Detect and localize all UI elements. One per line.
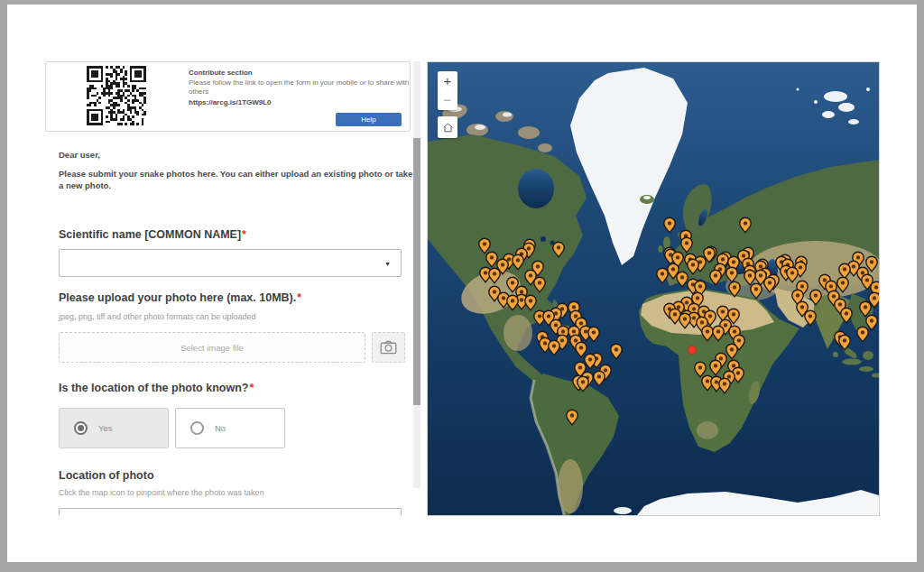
- map-pin[interactable]: [810, 290, 821, 305]
- map-pin[interactable]: [681, 237, 692, 253]
- photo-upload-hint: jpeg, png, tiff and other photo formats …: [59, 312, 256, 321]
- location-input-partial[interactable]: [59, 508, 402, 515]
- map-pin[interactable]: [567, 410, 578, 425]
- map-pin[interactable]: [710, 360, 721, 375]
- location-known-label: Is the location of the photo known?*: [59, 382, 254, 394]
- map-pin[interactable]: [713, 326, 724, 341]
- zoom-out-button[interactable]: −: [438, 91, 457, 110]
- qr-code: [87, 66, 146, 125]
- zoom-in-button[interactable]: +: [438, 71, 457, 91]
- contribute-text-block: Contribute section Please follow the lin…: [189, 69, 420, 106]
- map-pin[interactable]: [611, 344, 622, 359]
- map-pin[interactable]: [805, 310, 816, 326]
- page: Contribute section Please follow the lin…: [7, 5, 917, 562]
- required-asterisk: *: [249, 382, 254, 394]
- photo-location-label: Location of photo: [59, 469, 154, 482]
- map-pin[interactable]: [841, 308, 852, 323]
- map-pin[interactable]: [857, 327, 868, 342]
- map-pin[interactable]: [744, 270, 755, 285]
- select-image-file-button[interactable]: Select image file: [59, 332, 365, 363]
- map-pin[interactable]: [740, 217, 751, 233]
- map-pin[interactable]: [710, 270, 721, 285]
- help-button[interactable]: Help: [336, 113, 402, 126]
- zoom-control: + −: [438, 71, 457, 110]
- contribute-title: Contribute section: [189, 69, 420, 77]
- greeting-text: Dear user,: [59, 149, 100, 161]
- contribute-description: Please follow the link to open the form …: [189, 78, 420, 97]
- contribute-link: https://arcg.is/1TGW9L0: [189, 98, 420, 106]
- map-pin[interactable]: [525, 295, 536, 310]
- map-pin[interactable]: [837, 277, 848, 292]
- map-pin[interactable]: [486, 252, 497, 267]
- map-pin[interactable]: [751, 283, 762, 299]
- home-button[interactable]: [438, 116, 457, 138]
- map-pin[interactable]: [657, 268, 668, 283]
- map-pin[interactable]: [507, 295, 518, 310]
- selected-location-dot: [688, 346, 697, 355]
- map-canvas[interactable]: + −: [427, 61, 880, 516]
- map-pin[interactable]: [594, 371, 605, 386]
- radio-selected-icon: [74, 421, 88, 435]
- map-pin[interactable]: [839, 335, 850, 350]
- map-pin[interactable]: [664, 217, 675, 233]
- map-pin[interactable]: [534, 277, 545, 292]
- photo-location-hint: Click the map icon to pinpoint where the…: [59, 488, 264, 497]
- camera-icon: [380, 340, 397, 355]
- map-pin[interactable]: [702, 326, 713, 341]
- map-pin[interactable]: [719, 378, 730, 393]
- map-pin[interactable]: [677, 272, 688, 287]
- map-pin[interactable]: [670, 309, 680, 324]
- map-pin[interactable]: [787, 267, 798, 282]
- home-icon: [442, 122, 454, 134]
- option-no-label: No: [215, 423, 226, 433]
- option-yes[interactable]: Yes: [59, 408, 169, 448]
- map-pin[interactable]: [688, 259, 698, 274]
- map-pin[interactable]: [576, 342, 587, 357]
- radio-unselected-icon: [190, 421, 204, 435]
- map-pin[interactable]: [489, 268, 500, 283]
- required-asterisk: *: [242, 228, 246, 241]
- map-pin[interactable]: [860, 301, 871, 317]
- scientific-name-select[interactable]: ▼: [59, 249, 402, 277]
- map-pin[interactable]: [729, 281, 740, 297]
- required-asterisk: *: [297, 291, 301, 304]
- option-yes-label: Yes: [98, 423, 113, 433]
- map-pin[interactable]: [588, 327, 599, 342]
- map-pin[interactable]: [726, 344, 737, 359]
- map-pin[interactable]: [679, 313, 690, 328]
- map-pin[interactable]: [549, 340, 559, 355]
- map-pin[interactable]: [695, 362, 706, 377]
- map-pin[interactable]: [866, 315, 877, 330]
- map-pins-layer: [428, 62, 879, 515]
- option-no[interactable]: No: [175, 408, 285, 448]
- contribute-card: Contribute section Please follow the lin…: [45, 61, 411, 132]
- chevron-down-icon: ▼: [384, 260, 391, 266]
- form-scrollbar-thumb[interactable]: [413, 138, 420, 405]
- intro-text: Please submit your snake photos here. Yo…: [59, 168, 418, 192]
- map-pin[interactable]: [839, 263, 850, 279]
- map-pin[interactable]: [553, 242, 564, 257]
- photo-upload-label: Please upload your photo here (max. 10MB…: [59, 291, 301, 304]
- map-pin[interactable]: [726, 267, 737, 282]
- camera-button[interactable]: [372, 332, 405, 363]
- map-pin[interactable]: [513, 254, 523, 270]
- map-pin[interactable]: [479, 238, 490, 254]
- map-pin[interactable]: [717, 306, 728, 321]
- scientific-name-label: Scientific name [COMMON NAME]*: [59, 228, 246, 241]
